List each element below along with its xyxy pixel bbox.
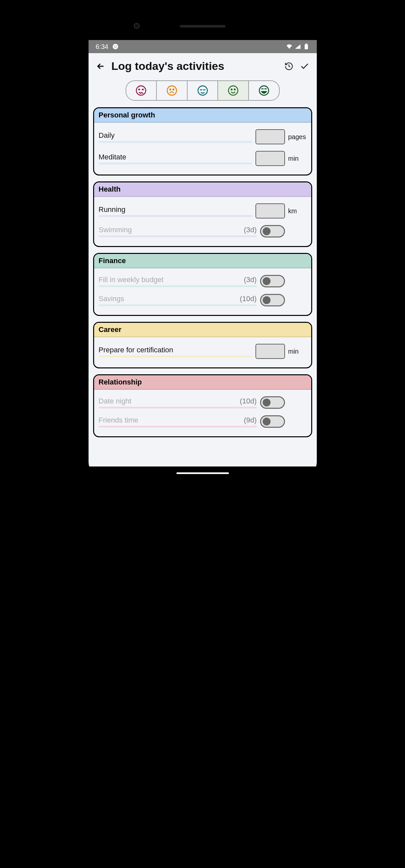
activity-toggle[interactable] xyxy=(260,294,285,306)
activity-label: Date night xyxy=(99,397,131,405)
activity-number-input[interactable] xyxy=(255,129,285,144)
category-card: Personal growthDailypagesMeditatemin xyxy=(93,107,312,176)
mood-option-4[interactable] xyxy=(249,81,279,100)
activity-label-block: Savings(10d) xyxy=(99,294,257,306)
mood-option-0[interactable] xyxy=(126,81,157,100)
phone-camera xyxy=(134,23,140,29)
phone-frame: 6:34 Log today's activities xyxy=(81,13,324,483)
activity-row: Fill in weekly budget(3d) xyxy=(99,272,307,291)
activity-toggle[interactable] xyxy=(260,225,285,238)
activity-number-input[interactable] xyxy=(255,344,285,359)
toggle-knob xyxy=(263,277,271,285)
svg-point-9 xyxy=(198,86,207,95)
arrow-left-icon xyxy=(96,61,105,71)
mood-option-3[interactable] xyxy=(218,81,249,100)
home-indicator xyxy=(177,472,229,474)
app-screen: Log today's activities Personal growthDa… xyxy=(89,53,317,466)
activity-row: Runningkm xyxy=(99,200,307,222)
activity-underline xyxy=(99,426,257,428)
activity-interval: (3d) xyxy=(244,226,256,234)
check-icon xyxy=(300,61,310,71)
activity-label: Daily xyxy=(99,131,115,140)
category-body: DailypagesMeditatemin xyxy=(94,123,311,175)
status-time: 6:34 xyxy=(96,43,108,51)
activity-label: Prepare for certification xyxy=(99,346,173,354)
activity-row: Date night(10d) xyxy=(99,393,307,412)
activity-label-block: Swimming(3d) xyxy=(99,226,257,237)
activity-interval: (9d) xyxy=(244,416,256,425)
signal-icon xyxy=(294,43,301,50)
activity-label-block: Fill in weekly budget(3d) xyxy=(99,276,257,287)
mood-selector xyxy=(126,81,280,101)
confirm-button[interactable] xyxy=(300,61,310,71)
activity-underline xyxy=(99,304,257,306)
activity-label-block: Friends time(9d) xyxy=(99,416,257,428)
mood-option-1[interactable] xyxy=(157,81,188,100)
category-header: Relationship xyxy=(94,375,311,390)
activity-unit: min xyxy=(288,348,307,355)
category-header: Health xyxy=(94,182,311,197)
svg-point-12 xyxy=(234,89,235,90)
category-card: FinanceFill in weekly budget(3d) Savings… xyxy=(93,253,312,316)
activity-number-input[interactable] xyxy=(255,151,285,166)
svg-point-13 xyxy=(259,86,269,95)
activity-label: Swimming xyxy=(99,226,132,234)
battery-icon xyxy=(303,43,310,50)
svg-point-0 xyxy=(113,44,118,50)
activity-unit: km xyxy=(288,207,307,215)
status-bar: 6:34 xyxy=(89,40,317,53)
activity-label: Meditate xyxy=(99,153,126,161)
spacer xyxy=(288,228,307,235)
activity-number-input[interactable] xyxy=(255,204,285,218)
status-app-icon xyxy=(112,43,119,50)
phone-inner: 6:34 Log today's activities xyxy=(89,20,317,476)
activity-underline xyxy=(99,285,257,287)
category-header: Finance xyxy=(94,254,311,268)
activity-toggle[interactable] xyxy=(260,396,285,409)
category-card: CareerPrepare for certificationmin xyxy=(93,322,312,368)
toggle-knob xyxy=(263,296,271,304)
activity-toggle[interactable] xyxy=(260,275,285,287)
activity-row: Prepare for certificationmin xyxy=(99,341,307,362)
activity-row: Swimming(3d) xyxy=(99,222,307,241)
svg-point-5 xyxy=(136,86,146,95)
toggle-knob xyxy=(263,227,271,235)
activity-row: Meditatemin xyxy=(99,148,307,169)
svg-rect-4 xyxy=(305,43,307,44)
toggle-knob xyxy=(263,417,271,426)
history-button[interactable] xyxy=(284,61,294,71)
activity-underline xyxy=(99,163,252,164)
category-header: Personal growth xyxy=(94,108,311,123)
svg-point-11 xyxy=(231,89,232,90)
svg-point-6 xyxy=(167,86,177,95)
category-header: Career xyxy=(94,323,311,337)
category-body: RunningkmSwimming(3d) xyxy=(94,197,311,246)
spacer xyxy=(288,278,307,285)
activity-underline xyxy=(99,407,257,408)
spacer xyxy=(288,399,307,406)
activity-label: Fill in weekly budget xyxy=(99,276,164,284)
category-body: Fill in weekly budget(3d) Savings(10d) xyxy=(94,268,311,315)
svg-point-1 xyxy=(115,45,116,46)
activity-label-block: Date night(10d) xyxy=(99,397,257,408)
activity-row: Savings(10d) xyxy=(99,291,307,310)
activity-label: Friends time xyxy=(99,416,138,425)
activity-unit: min xyxy=(288,155,307,162)
activity-row: Friends time(9d) xyxy=(99,412,307,431)
toggle-knob xyxy=(263,399,271,406)
category-body: Prepare for certificationmin xyxy=(94,337,311,367)
svg-point-8 xyxy=(173,89,174,90)
activity-label-block: Meditate xyxy=(99,153,252,164)
activity-underline xyxy=(99,355,252,357)
category-card: RelationshipDate night(10d) Friends time… xyxy=(93,374,312,437)
activity-toggle[interactable] xyxy=(260,415,285,428)
back-button[interactable] xyxy=(96,61,105,71)
mood-option-2[interactable] xyxy=(188,81,218,100)
activity-underline xyxy=(99,215,252,217)
history-icon xyxy=(284,62,293,71)
phone-speaker xyxy=(180,25,226,28)
activity-interval: (3d) xyxy=(244,276,256,284)
svg-point-7 xyxy=(170,89,171,90)
activity-label-block: Prepare for certification xyxy=(99,346,252,357)
activity-underline xyxy=(99,236,257,237)
